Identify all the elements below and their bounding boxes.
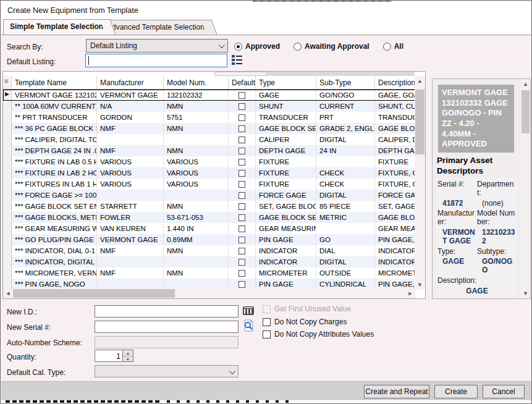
row-selector[interactable] — [3, 134, 12, 145]
column-header-default[interactable]: Default — [229, 76, 256, 89]
table-row[interactable]: *** CALIPER, DIGITAL TO 18CALIPERDIGITAL… — [3, 134, 415, 145]
grid-cell — [316, 156, 375, 167]
column-header-type[interactable]: Type — [256, 76, 316, 89]
cancel-button[interactable]: Cancel — [483, 385, 525, 398]
scrollbar-thumb[interactable] — [415, 90, 424, 154]
serial-search-document-icon[interactable] — [243, 319, 255, 332]
row-selector[interactable] — [3, 190, 12, 201]
default-checkbox[interactable] — [239, 103, 245, 110]
default-checkbox[interactable] — [239, 270, 245, 277]
row-selector[interactable] — [3, 223, 12, 234]
scroll-right-icon[interactable]: ► — [405, 288, 415, 298]
table-row[interactable]: *** FIXTURE IN LAB 2 HOURVARIOUSVARIOUSF… — [3, 167, 415, 179]
quantity-input[interactable] — [95, 350, 123, 362]
default-checkbox[interactable] — [239, 203, 245, 210]
table-row[interactable]: *** MICROMETER, VERNIERNMFNMNMICROMETERO… — [3, 267, 415, 279]
row-selector[interactable] — [3, 212, 12, 223]
table-row[interactable]: ** PRT TRANSDUCERGORDON5751TRANSDUCERPRT… — [3, 112, 415, 123]
stepper-down-icon[interactable]: ▼ — [123, 356, 133, 363]
scrollbar-thumb[interactable] — [521, 90, 530, 133]
row-selector[interactable] — [3, 156, 12, 167]
default-checkbox[interactable] — [239, 170, 245, 177]
new-serial-input[interactable] — [95, 321, 239, 333]
default-checkbox[interactable] — [239, 92, 245, 99]
table-vertical-scrollbar[interactable]: ▲ ▼ — [415, 76, 425, 290]
row-selector[interactable] — [3, 256, 12, 267]
row-selector[interactable] — [3, 167, 12, 179]
checkbox-do-not-copy-charges[interactable]: Do Not Copy Charges — [263, 318, 347, 326]
row-selector[interactable] — [3, 179, 12, 190]
default-listing-input[interactable] — [85, 54, 227, 67]
checkbox-box-icon[interactable] — [263, 330, 271, 339]
column-header-model-num[interactable]: Model Num. — [164, 76, 229, 89]
scroll-left-icon[interactable]: ◄ — [3, 288, 13, 298]
column-header-template-name[interactable]: Template Name — [12, 76, 97, 89]
scroll-down-icon[interactable]: ▼ — [415, 280, 425, 290]
scroll-up-icon[interactable]: ▲ — [521, 79, 530, 89]
quantity-stepper[interactable]: ▲ ▼ — [123, 350, 133, 362]
row-selector[interactable] — [3, 245, 12, 256]
scroll-up-icon[interactable]: ▲ — [415, 76, 425, 86]
default-checkbox[interactable] — [239, 248, 245, 255]
default-checkbox[interactable] — [239, 148, 245, 154]
row-selector[interactable] — [3, 123, 12, 134]
scrollbar-thumb[interactable] — [214, 72, 267, 76]
table-row[interactable]: *** FIXTURE IN LAB 0.5 HOUVARIOUSVARIOUS… — [3, 156, 415, 167]
default-checkbox[interactable] — [239, 192, 245, 199]
table-top-scrollbar[interactable] — [214, 72, 415, 76]
checkbox-box-icon[interactable] — [263, 318, 271, 326]
grid-cell: VERMONT GAGE — [97, 234, 164, 245]
default-checkbox[interactable] — [239, 181, 245, 188]
default-checkbox[interactable] — [239, 214, 245, 221]
search-by-dropdown[interactable]: Default Listing — [86, 39, 228, 53]
row-selector[interactable] — [3, 201, 12, 212]
listing-options-icon[interactable] — [232, 55, 242, 65]
default-checkbox[interactable] — [239, 125, 245, 132]
table-row[interactable]: *** INDICATOR, DIAL 0-1 INNMFNMNINDICATO… — [3, 245, 415, 256]
column-header-manufacturer[interactable]: Manufacturer — [97, 76, 164, 89]
table-row[interactable]: *** 36 PC GAGE BLOCK SETNMFNMNGAGE BLOCK… — [3, 123, 415, 134]
row-selector[interactable] — [3, 101, 12, 112]
scroll-down-icon[interactable]: ▼ — [521, 288, 530, 298]
table-row[interactable]: *** GAGE BLOCK SET ENGLSTARRETTNMNSET, G… — [3, 201, 415, 212]
checkbox-do-not-copy-attributes-values[interactable]: Do Not Copy Attributes Values — [263, 330, 374, 339]
table-menu-icon[interactable]: ≡ — [3, 76, 12, 89]
row-selector[interactable] — [3, 267, 12, 279]
radio-all[interactable]: All — [383, 40, 403, 53]
default-checkbox[interactable] — [239, 259, 245, 266]
row-selector-current[interactable]: ▶ — [3, 90, 12, 101]
table-row[interactable]: ** 100A 60MV CURRENT SHN/ANMNSHUNTCURREN… — [3, 101, 415, 112]
table-row[interactable]: *** GEAR MEASURING WIRVAN KEUREN1.440 IN… — [3, 223, 415, 234]
table-row[interactable]: *** FORCE GAGE >= 100 LIFORCE GAGEDIGITA… — [3, 190, 415, 201]
default-checkbox[interactable] — [239, 237, 245, 243]
default-checkbox[interactable] — [239, 137, 245, 143]
radio-approved[interactable]: Approved — [234, 40, 280, 53]
table-row[interactable]: *** GAGE BLOCKS, METRICFOWLER53-671-053G… — [3, 212, 415, 223]
column-header-description[interactable]: Description — [375, 76, 415, 89]
table-horizontal-scrollbar[interactable]: ◄ ► — [3, 288, 415, 298]
default-checkbox[interactable] — [239, 225, 245, 232]
table-row[interactable]: *** FIXTURES IN LAB 1 HOUVARIOUSVARIOUSF… — [3, 179, 415, 190]
table-row[interactable]: *** GO PLUG/PIN GAGEVERMONT GAGE0.89MMPI… — [3, 234, 415, 245]
panel-vertical-scrollbar[interactable]: ▲ ▼ — [521, 79, 530, 298]
column-header-sub-type[interactable]: Sub-Type — [316, 76, 375, 89]
table-row[interactable]: ▶VERMONT GAGE 132102332VERMONT GAGE13210… — [3, 90, 415, 101]
stepper-up-icon[interactable]: ▲ — [123, 350, 133, 356]
tab-advanced-template-selection[interactable]: Advanced Template Selection — [100, 20, 209, 35]
table-row[interactable]: *** DEPTH GAGE 24 IN .001NMFNMNDEPTH GAG… — [3, 145, 415, 156]
grid-cell: 24 IN — [316, 145, 375, 156]
table-row[interactable]: *** INDICATOR, DIGITAL 0.0INDICATORDIGIT… — [3, 256, 415, 267]
create-and-repeat-button[interactable]: Create and Repeat — [364, 385, 429, 398]
default-checkbox[interactable] — [239, 114, 245, 121]
row-selector[interactable] — [3, 112, 12, 123]
default-checkbox[interactable] — [239, 281, 245, 288]
scrollbar-thumb[interactable] — [13, 289, 175, 298]
id-keypad-icon[interactable] — [243, 306, 254, 315]
new-id-input[interactable] — [95, 305, 239, 318]
radio-awaiting-approval[interactable]: Awaiting Approval — [293, 40, 369, 53]
default-checkbox[interactable] — [239, 159, 245, 166]
row-selector[interactable] — [3, 234, 12, 245]
create-button[interactable]: Create — [434, 385, 478, 398]
tab-simple-template-selection[interactable]: Simple Template Selection — [3, 19, 108, 35]
row-selector[interactable] — [3, 145, 12, 156]
